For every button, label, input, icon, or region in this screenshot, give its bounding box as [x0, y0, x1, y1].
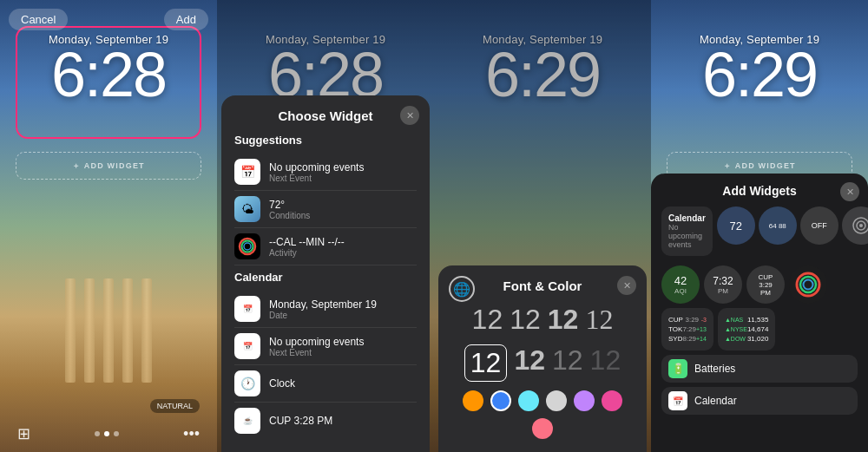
activity-icon — [234, 233, 260, 259]
panel-4: Monday, September 19 6:29 ＋ ADD WIDGET A… — [651, 0, 868, 452]
font-sample-2[interactable]: 12 — [510, 304, 541, 336]
off-value: OFF — [812, 221, 827, 230]
batteries-item[interactable]: 🔋 Batteries — [661, 355, 858, 383]
popup-close-3[interactable]: ✕ — [617, 276, 636, 295]
widget-item-date[interactable]: 📅 Monday, September 19 Date — [234, 291, 417, 328]
font-sample-8[interactable]: 12 — [590, 344, 621, 382]
ruins-decor — [0, 278, 217, 383]
temp-widget[interactable]: 72 — [717, 206, 755, 245]
range-widget[interactable]: 64 88 — [759, 206, 797, 245]
nas-widget[interactable]: ▲NAS 11,535 ▲NYSE 14,674 ▲DOW 31,020 — [718, 308, 775, 350]
widget-info-7: CUP 3:28 PM — [269, 415, 417, 427]
widget-info-3: --CAL --MIN --/-- Activity — [269, 236, 417, 258]
widget-sub-4: Date — [269, 311, 417, 320]
calendar-icon-2: 📅 — [234, 296, 260, 322]
svg-point-2 — [244, 243, 251, 250]
color-dots — [451, 390, 634, 439]
color-dot-gray[interactable] — [546, 390, 567, 411]
add-widget-label-4: ＋ ADD WIDGET — [723, 160, 796, 172]
calendar-icon-1: 📅 — [234, 159, 260, 185]
circles-top: 72 64 88 OFF — [717, 206, 868, 245]
popup-title-3: Font & Color — [451, 278, 634, 293]
font-sample-4[interactable]: 12 — [585, 304, 613, 336]
top-widgets-row: Calendar No upcoming events 72 64 88 OFF — [661, 206, 858, 261]
cup-circular-widget[interactable]: CUP 3:29 PM — [746, 265, 785, 304]
calendar-item[interactable]: 📅 Calendar — [661, 387, 858, 415]
color-dot-pink[interactable] — [602, 390, 622, 411]
time-widget[interactable]: 7:32 PM — [704, 265, 742, 304]
color-dot-orange[interactable] — [463, 390, 483, 411]
font-sample-3[interactable]: 12 — [548, 304, 579, 336]
widget-name-3: --CAL --MIN --/-- — [269, 236, 417, 248]
font-sample-1[interactable]: 12 — [472, 304, 503, 336]
batteries-label: Batteries — [694, 363, 735, 375]
choose-widget-popup: Choose Widget ✕ Suggestions 📅 No upcomin… — [221, 95, 430, 452]
globe-icon[interactable]: 🌐 — [449, 276, 475, 302]
dot-1 — [95, 431, 100, 436]
add-widgets-title: Add Widgets — [661, 184, 858, 198]
time-value: 7:32 PM — [713, 275, 733, 295]
add-button[interactable]: Add — [164, 9, 208, 30]
panel-2: Monday, September 19 6:28 Choose Widget … — [217, 0, 434, 452]
font-sample-6[interactable]: 12 — [514, 344, 545, 382]
widget-item-activity[interactable]: --CAL --MIN --/-- Activity — [234, 228, 417, 265]
temp-value: 72 — [730, 219, 742, 233]
add-widgets-panel: Add Widgets ✕ Calendar No upcoming event… — [651, 174, 868, 452]
ring-icon — [794, 271, 822, 298]
calendar-widget-tile[interactable]: Calendar No upcoming events — [661, 206, 713, 256]
font-sample-selected[interactable]: 12 — [464, 344, 508, 382]
cal-widget-title: Calendar — [668, 213, 706, 223]
nas-row: ▲NAS 11,535 — [725, 315, 768, 324]
widget-item-clock[interactable]: 🕐 Clock — [234, 365, 417, 403]
dow-row: ▲DOW 31,020 — [725, 334, 768, 344]
target-widget[interactable] — [842, 206, 868, 245]
color-dot-rose[interactable] — [532, 418, 553, 439]
widget-name-7: CUP 3:28 PM — [269, 415, 417, 427]
stock-cup: CUP 3:29 -3 — [668, 315, 707, 324]
widget-info-2: 72° Conditions — [269, 199, 417, 220]
more-icon[interactable]: ••• — [183, 425, 200, 443]
stock-tok: TOK 7:29 +13 — [668, 324, 707, 334]
widget-name-6: Clock — [269, 377, 417, 390]
cup-value: CUP 3:29 PM — [759, 273, 773, 297]
selection-box — [16, 26, 201, 139]
aqi-widget[interactable]: 42 AQI — [661, 265, 700, 304]
popup-close-2[interactable]: ✕ — [400, 106, 419, 125]
calendar-section-title: Calendar — [234, 271, 417, 284]
widget-item-weather[interactable]: 🌤 72° Conditions — [234, 191, 417, 228]
widget-sub-3: Activity — [269, 248, 417, 258]
photo-icon[interactable]: ⊞ — [17, 424, 30, 443]
target-icon — [852, 216, 868, 235]
clock-icon: 🕐 — [234, 370, 260, 396]
font-sample-7[interactable]: 12 — [552, 344, 583, 382]
widget-name-1: No upcoming events — [269, 161, 417, 174]
dot-3 — [114, 431, 119, 436]
widget-item-next-event[interactable]: 📅 No upcoming events Next Event — [234, 328, 417, 365]
widget-item-calendar[interactable]: 📅 No upcoming events Next Event — [234, 154, 417, 191]
cancel-button[interactable]: Cancel — [9, 9, 68, 30]
popup-close-4[interactable]: ✕ — [840, 182, 859, 201]
color-dot-cyan[interactable] — [518, 390, 539, 411]
off-widget[interactable]: OFF — [800, 206, 838, 245]
calendar-label: Calendar — [694, 395, 737, 407]
natural-badge: NATURAL — [150, 399, 200, 413]
calendar-icon-bottom: 📅 — [668, 391, 687, 410]
ring-widget[interactable] — [789, 265, 827, 304]
font-color-popup: 🌐 Font & Color ✕ 12 12 12 12 12 12 12 12 — [438, 265, 647, 452]
color-dot-purple[interactable] — [574, 390, 595, 411]
widget-name-5: No upcoming events — [269, 336, 417, 348]
stocks-row: CUP 3:29 -3 TOK 7:29 +13 SYD 8:29 +14 ▲N… — [661, 308, 858, 350]
cup-icon: ☕ — [234, 408, 260, 434]
cal-widget-sub: No upcoming events — [668, 223, 706, 249]
widget-info-6: Clock — [269, 377, 417, 390]
time-display-4: 6:29 — [651, 43, 868, 106]
widget-item-cup[interactable]: ☕ CUP 3:28 PM — [234, 403, 417, 439]
color-dot-blue[interactable] — [490, 390, 511, 411]
svg-point-5 — [859, 224, 863, 227]
widget-sub-5: Next Event — [269, 348, 417, 357]
row2-widgets: 42 AQI 7:32 PM CUP 3:29 PM — [661, 265, 858, 304]
stocks-widget[interactable]: CUP 3:29 -3 TOK 7:29 +13 SYD 8:29 +14 — [661, 308, 713, 350]
add-widget-button-1[interactable]: ＋ ADD WIDGET — [16, 152, 201, 180]
circular-widgets: 72 64 88 OFF — [717, 206, 868, 261]
battery-icon: 🔋 — [668, 359, 687, 378]
